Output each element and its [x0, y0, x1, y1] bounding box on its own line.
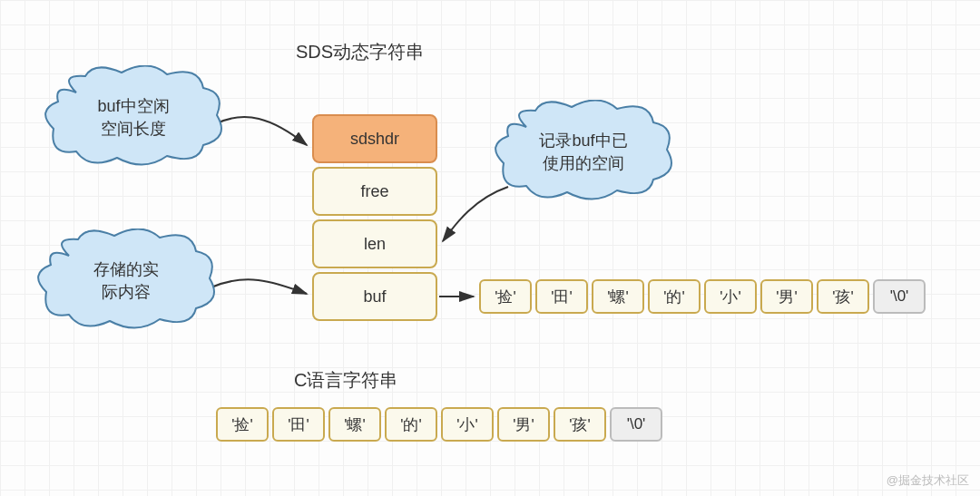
sds-char-null: '\0' — [873, 279, 926, 314]
c-char: '捡' — [216, 407, 269, 442]
sds-char: '捡' — [479, 279, 532, 314]
struct-buf: buf — [312, 272, 437, 321]
cloud-free: buf中空闲 空间长度 — [56, 82, 211, 154]
cloud-len: 记录buf中已 使用的空间 — [506, 116, 661, 189]
c-char: '的' — [385, 407, 437, 442]
sds-char: '孩' — [817, 279, 869, 314]
watermark: @掘金技术社区 — [887, 472, 969, 489]
title-sds: SDS动态字符串 — [296, 40, 424, 64]
c-char: '孩' — [554, 407, 606, 442]
struct-header: sdshdr — [312, 114, 437, 163]
sds-char: '男' — [760, 279, 813, 314]
struct-free: free — [312, 167, 437, 216]
c-char-row: '捡' '田' '螺' '的' '小' '男' '孩' '\0' — [216, 407, 666, 442]
sds-char: '螺' — [592, 279, 644, 314]
c-char: '小' — [441, 407, 494, 442]
struct-len: len — [312, 219, 437, 268]
sds-char: '的' — [648, 279, 701, 314]
c-char-null: '\0' — [610, 407, 662, 442]
sds-char-row: '捡' '田' '螺' '的' '小' '男' '孩' '\0' — [479, 279, 929, 314]
c-char: '田' — [272, 407, 325, 442]
cloud-len-text: 记录buf中已 使用的空间 — [534, 130, 632, 175]
cloud-buf: 存储的实 际内容 — [49, 245, 203, 317]
cloud-buf-text: 存储的实 际内容 — [88, 258, 164, 304]
cloud-free-text: buf中空闲 空间长度 — [92, 95, 174, 141]
c-char: '螺' — [328, 407, 381, 442]
c-char: '男' — [497, 407, 550, 442]
sds-char: '小' — [704, 279, 757, 314]
title-c: C语言字符串 — [294, 368, 397, 393]
sds-char: '田' — [535, 279, 588, 314]
